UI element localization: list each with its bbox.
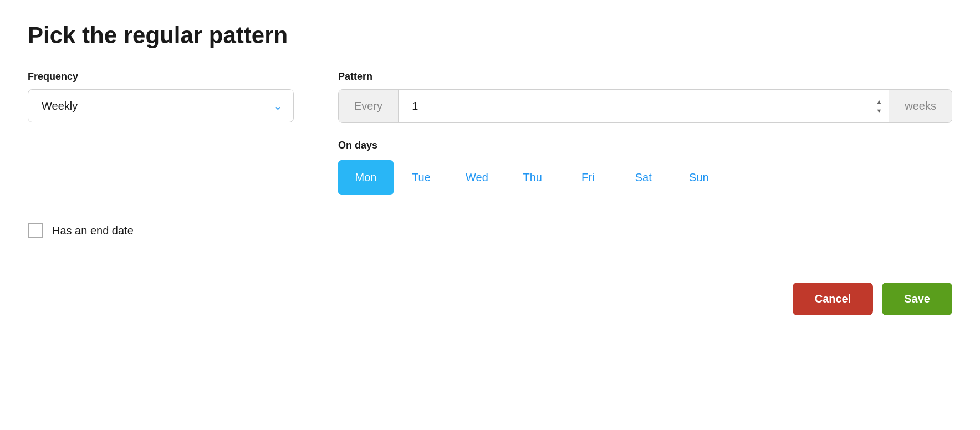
frequency-label: Frequency xyxy=(28,71,294,83)
pattern-spinner: ▲ ▼ xyxy=(869,95,889,117)
pattern-section: Pattern Every ▲ ▼ weeks On days Mon Tue … xyxy=(338,71,952,195)
day-button-mon[interactable]: Mon xyxy=(338,160,394,195)
day-button-thu[interactable]: Thu xyxy=(505,160,560,195)
pattern-row: Every ▲ ▼ weeks xyxy=(338,89,952,123)
pattern-every-label: Every xyxy=(339,90,399,122)
day-button-sat[interactable]: Sat xyxy=(616,160,671,195)
save-button[interactable]: Save xyxy=(882,283,952,315)
pattern-label: Pattern xyxy=(338,71,952,83)
form-layout: Frequency Weekly Daily Monthly Yearly ⌄ … xyxy=(28,71,952,195)
day-button-wed[interactable]: Wed xyxy=(449,160,505,195)
action-row: Cancel Save xyxy=(28,272,952,315)
frequency-select-wrapper: Weekly Daily Monthly Yearly ⌄ xyxy=(28,89,294,122)
pattern-unit-label: weeks xyxy=(889,90,952,122)
end-date-checkbox[interactable] xyxy=(28,223,43,238)
days-row: Mon Tue Wed Thu Fri Sat Sun xyxy=(338,160,952,195)
frequency-select[interactable]: Weekly Daily Monthly Yearly xyxy=(28,89,294,122)
end-date-label: Has an end date xyxy=(52,224,134,237)
spinner-down-button[interactable]: ▼ xyxy=(874,107,884,115)
pattern-number-wrapper: ▲ ▼ xyxy=(399,90,889,122)
day-button-fri[interactable]: Fri xyxy=(560,160,616,195)
day-button-sun[interactable]: Sun xyxy=(671,160,727,195)
day-button-tue[interactable]: Tue xyxy=(394,160,449,195)
pattern-number-input[interactable] xyxy=(399,90,869,122)
end-date-row: Has an end date xyxy=(28,223,952,238)
frequency-section: Frequency Weekly Daily Monthly Yearly ⌄ xyxy=(28,71,294,122)
page-title: Pick the regular pattern xyxy=(28,22,952,49)
cancel-button[interactable]: Cancel xyxy=(793,283,874,315)
spinner-up-button[interactable]: ▲ xyxy=(874,98,884,106)
on-days-label: On days xyxy=(338,140,952,151)
